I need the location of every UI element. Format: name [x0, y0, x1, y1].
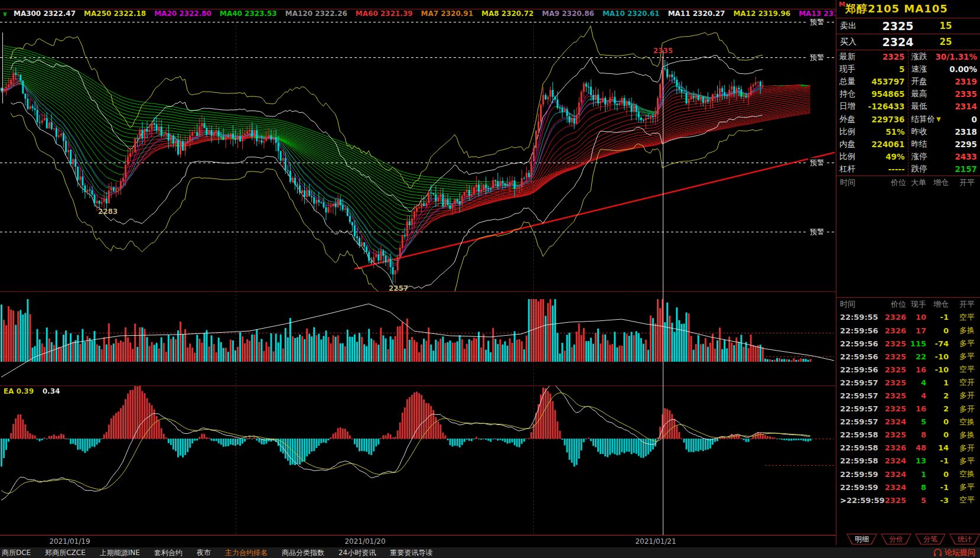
price-chart-canvas[interactable]	[0, 18, 836, 536]
bottom-menu-item[interactable]: 商品分类指数	[282, 548, 324, 558]
tick-openclose-flag: 多平	[949, 338, 975, 349]
alert-line-label[interactable]: 预警	[808, 17, 826, 27]
ask-row[interactable]: 卖出 2325 15	[836, 18, 980, 34]
tick-volume: 8	[906, 483, 926, 492]
forum-link[interactable]: 论坛提问	[933, 547, 975, 558]
tick-volume: 16	[906, 404, 926, 413]
tick-row[interactable]: 22:59:57 2325 16 2 多开	[836, 403, 980, 416]
settlement-dropdown-icon[interactable]: ▼	[936, 116, 941, 122]
quote-value: 51%	[855, 127, 905, 137]
tick-volume: 4	[906, 391, 926, 400]
quote-label: 跌停	[911, 164, 927, 174]
quote-label: 持仓	[839, 89, 855, 99]
tick-oi-change: 1	[926, 378, 949, 387]
quote-label: 现手	[839, 64, 855, 74]
tick-oi-change: -1	[926, 313, 949, 322]
bottom-menu-item[interactable]: 商所DCE	[2, 548, 31, 558]
quote-row: 外盘 229736	[836, 113, 908, 125]
ma-value: MA13 2319.09	[799, 9, 835, 18]
bottom-menu-item[interactable]: 套利合约	[154, 548, 183, 558]
tick-row[interactable]: 22:59:55 2326 10 -1 空平	[836, 311, 980, 324]
tick-openclose-flag: 多开	[949, 443, 975, 453]
collapse-arrow-icon[interactable]: ∨	[2, 10, 8, 18]
tick-row[interactable]: 22:59:59 2324 1 0 空换	[836, 468, 980, 481]
tick-row[interactable]: 22:59:57 2324 5 0 空换	[836, 416, 980, 429]
tick-price: 2325	[879, 496, 906, 505]
tick-oi-change: -1	[926, 483, 949, 492]
alert-line-label[interactable]: 预警	[808, 227, 826, 237]
tick-row[interactable]: 22:59:58 2324 13 -1 多平	[836, 455, 980, 468]
tick-oi-change: -10	[926, 352, 949, 361]
contract-title: 郑醇2105 MA105	[845, 2, 948, 16]
tick-openclose-flag: 空平	[949, 312, 975, 323]
bottom-menu-item[interactable]: 上期能源INE	[100, 548, 140, 558]
panel-tab[interactable]: 明细	[846, 534, 877, 544]
bid-row[interactable]: 买入 2324 25	[836, 34, 980, 50]
quote-row: 速涨 0.00%	[909, 63, 980, 75]
tick-volume: 17	[906, 326, 926, 335]
ask-qty: 15	[925, 21, 966, 31]
quote-value: 30/1.31%	[929, 52, 978, 61]
bottom-menu-bar: 商所DCE郑商所CZCE上期能源INE套利合约夜市主力合约排名商品分类指数24小…	[0, 547, 980, 558]
tick-price: 2325	[879, 365, 906, 374]
quote-value: -126433	[855, 102, 905, 111]
tick-row[interactable]: 22:59:58 2325 8 0 多换	[836, 429, 980, 442]
tick-row[interactable]: 22:59:56 2325 22 -10 多平	[836, 350, 980, 363]
bottom-menu-item[interactable]: 重要资讯导读	[390, 548, 432, 558]
tick-oi-change: 2	[926, 404, 949, 413]
tick-price: 2324	[879, 470, 906, 479]
panel-tab[interactable]: 分笔	[915, 534, 946, 544]
tick-table[interactable]: 22:59:55 2326 10 -1 空平 22:59:56 2326 17 …	[836, 311, 980, 507]
quote-value: 2433	[929, 152, 978, 161]
ma-value: MA250 2322.18	[84, 9, 146, 18]
quote-label: 速涨	[911, 64, 927, 74]
ma-value: MA11 2320.27	[668, 9, 725, 18]
bottom-menu-item[interactable]: 郑商所CZCE	[45, 548, 86, 558]
quote-label: 最新	[839, 51, 855, 62]
quote-row: 跌停 2157	[909, 163, 980, 176]
bottom-menu-item[interactable]: 24小时资讯	[338, 548, 376, 558]
tick-row[interactable]: 22:59:59 2324 8 -1 多平	[836, 481, 980, 494]
quote-row: 比例 51%	[836, 125, 908, 138]
quote-value: 2335	[929, 89, 978, 99]
tick-row[interactable]: 22:59:57 2325 4 2 多开	[836, 389, 980, 402]
bid-price: 2324	[871, 35, 925, 48]
tick-volume: 16	[906, 365, 926, 374]
bottom-menu-item[interactable]: 夜市	[197, 548, 211, 558]
quote-row: 涨跌 30/1.31%	[909, 50, 980, 63]
quote-label: 昨收	[911, 126, 927, 137]
x-axis-date: 2021/01/19	[43, 537, 96, 546]
quote-label: 昨结	[911, 139, 927, 150]
tick-openclose-flag: 多开	[949, 404, 975, 414]
tick-row[interactable]: 22:59:56 2325 115 -74 多平	[836, 337, 980, 350]
tick-row[interactable]: 22:59:58 2326 48 14 多开	[836, 442, 980, 455]
tick-oi-change: 0	[926, 430, 949, 439]
tick-price: 2325	[879, 404, 906, 413]
quote-grid: 最新 2325 现手 5 总量 453797 持仓 954865	[836, 50, 980, 176]
tick-row[interactable]: 22:59:57 2325 4 1 空开	[836, 376, 980, 389]
ma-value: MA300 2322.47	[14, 9, 76, 18]
quote-label: 结算价	[911, 114, 936, 125]
quote-label: 最高	[911, 89, 927, 99]
tick-oi-change: 0	[926, 417, 949, 426]
ask-label: 卖出	[840, 21, 871, 31]
tick-price: 2326	[879, 443, 906, 452]
tick-row[interactable]: >22:59:59 2325 5 -3 空平	[836, 494, 980, 507]
quote-value: 0	[941, 115, 977, 124]
swing-low-label: 2283	[98, 207, 118, 216]
panel-tab[interactable]: 统计	[949, 534, 980, 544]
alert-line-label[interactable]: 预警	[808, 158, 826, 168]
panel-tab[interactable]: 分价	[881, 534, 911, 544]
tick-row[interactable]: 22:59:56 2325 16 -10 空平	[836, 363, 980, 376]
alert-line-label[interactable]: 预警	[808, 53, 826, 63]
quote-value: 229736	[855, 115, 905, 124]
ma-value: MA7 2320.91	[421, 9, 473, 18]
quote-row: 涨停 2433	[909, 151, 980, 163]
quote-label: 涨跌	[911, 51, 927, 62]
big-order-list-empty	[836, 189, 980, 298]
ma-indicator-bar: ∨ MA300 2322.47MA250 2322.18MA20 2322.80…	[0, 0, 836, 18]
tick-volume: 10	[906, 313, 926, 322]
contract-header[interactable]: M 郑醇2105 MA105	[836, 0, 980, 18]
tick-row[interactable]: 22:59:56 2326 17 0 多换	[836, 324, 980, 337]
bottom-menu-item[interactable]: 主力合约排名	[225, 548, 268, 558]
